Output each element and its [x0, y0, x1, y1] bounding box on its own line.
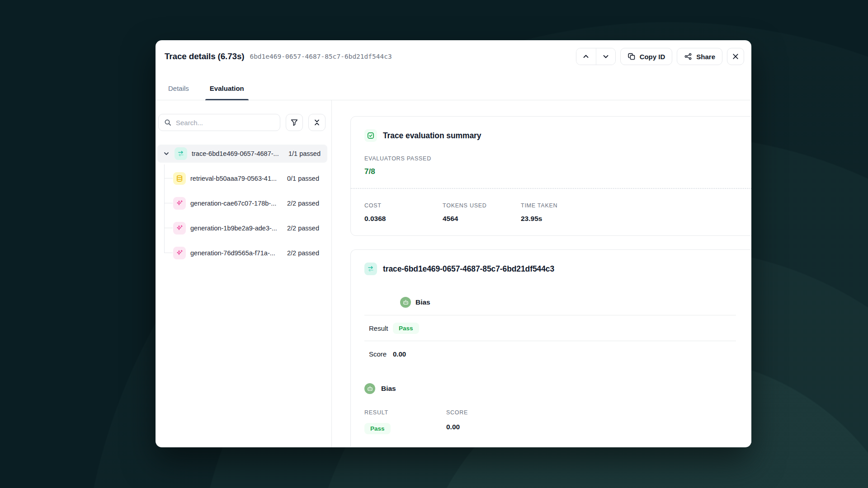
tree-node-status: 2/2 passed: [287, 200, 319, 207]
sparkles-icon: [173, 247, 186, 259]
sparkles-icon: [173, 197, 186, 210]
bias-result-score-grid: RESULT Pass SCORE 0.00: [364, 409, 743, 434]
tree-node-label: generation-1b9be2a9-ade3-...: [190, 225, 287, 232]
dotted-divider: [351, 188, 751, 189]
modal-title: Trace details (6.73s): [165, 52, 244, 61]
trace-icon: [364, 263, 377, 275]
bias-section-2-header: Bias: [364, 383, 743, 394]
robot-evaluator-icon: [364, 383, 375, 394]
pass-badge: Pass: [393, 323, 419, 334]
modal-body: trace-6bd1e469-0657-4687-... 1/1 passed …: [156, 100, 751, 447]
tab-evaluation[interactable]: Evaluation: [206, 84, 248, 100]
stat-value: 0.0368: [364, 215, 443, 223]
stat-label: TOKENS USED: [443, 202, 521, 209]
tree-node-status: 2/2 passed: [287, 225, 319, 232]
share-button[interactable]: Share: [677, 48, 722, 65]
tree-row-trace[interactable]: trace-6bd1e469-0657-4687-... 1/1 passed: [157, 145, 327, 163]
sparkles-icon: [173, 222, 186, 235]
share-icon: [684, 52, 692, 61]
trace-evaluation-summary-card: Trace evaluation summary EVALUATORS PASS…: [350, 116, 751, 236]
collapse-all-button[interactable]: [308, 114, 326, 131]
score-label: Score: [369, 350, 393, 358]
bias-section-name: Bias: [415, 298, 430, 306]
tree-node-label: retrieval-b50aaa79-0563-41...: [190, 175, 287, 182]
score-value: 0.00: [393, 350, 406, 358]
copy-id-button[interactable]: Copy ID: [620, 48, 673, 65]
tree-node-status: 2/2 passed: [287, 249, 319, 257]
tree-node-status: 0/1 passed: [287, 175, 319, 182]
share-label: Share: [696, 53, 715, 61]
score-column: SCORE 0.00: [446, 409, 528, 434]
tree-row-generation-3[interactable]: generation-76d9565a-f71a-... 2/2 passed: [157, 244, 327, 262]
result-column-value: Pass: [364, 423, 446, 434]
next-trace-button[interactable]: [596, 48, 615, 65]
desktop-background: { "modal": { "title": "Trace details (6.…: [0, 0, 868, 488]
result-column-label: RESULT: [364, 409, 446, 416]
stat-value: 4564: [443, 215, 521, 223]
stat-value: 23.95s: [521, 215, 599, 223]
result-column: RESULT Pass: [364, 409, 446, 434]
collapse-vertical-icon: [313, 118, 321, 127]
sidebar-toolbar: [158, 114, 331, 131]
modal-header: Trace details (6.73s) 6bd1e469-0657-4687…: [156, 40, 751, 66]
result-row: Result Pass: [364, 315, 736, 341]
tab-bar: Details Evaluation: [156, 66, 751, 100]
evaluation-panel: Trace evaluation summary EVALUATORS PASS…: [332, 100, 751, 447]
trace-card-header: trace-6bd1e469-0657-4687-85c7-6bd21df544…: [364, 263, 743, 275]
trace-icon: [175, 147, 187, 160]
close-button[interactable]: [727, 48, 744, 65]
tree-node-label: generation-cae67c07-178b-...: [190, 200, 287, 207]
pass-badge: Pass: [364, 423, 391, 434]
score-column-value: 0.00: [446, 423, 528, 431]
tree-node-label: trace-6bd1e469-0657-4687-...: [192, 150, 288, 157]
score-column-label: SCORE: [446, 409, 528, 416]
evaluators-passed-label: EVALUATORS PASSED: [364, 155, 743, 162]
search-input[interactable]: [176, 119, 274, 127]
close-icon: [731, 52, 740, 61]
stat-label: TIME TAKEN: [521, 202, 599, 209]
bias-section-2: Bias RESULT Pass SCORE 0.00: [364, 383, 743, 434]
tree-node-status: 1/1 passed: [288, 150, 321, 157]
robot-evaluator-icon: [400, 297, 411, 308]
tree-row-generation-2[interactable]: generation-1b9be2a9-ade3-... 2/2 passed: [157, 219, 327, 237]
score-row: Score 0.00: [364, 341, 736, 367]
stat-time-taken: TIME TAKEN 23.95s: [521, 202, 599, 223]
chevron-up-icon: [582, 52, 590, 61]
trace-tree: trace-6bd1e469-0657-4687-... 1/1 passed …: [157, 145, 331, 262]
search-icon: [164, 119, 172, 127]
previous-trace-button[interactable]: [576, 48, 596, 65]
header-actions: Copy ID Share: [576, 48, 744, 65]
chevron-down-icon: [602, 52, 610, 61]
summary-card-title: Trace evaluation summary: [383, 131, 481, 141]
stat-cost: COST 0.0368: [364, 202, 443, 223]
evaluators-passed-value: 7/8: [364, 167, 743, 176]
result-label: Result: [369, 324, 393, 332]
tree-node-label: generation-76d9565a-f71a-...: [190, 249, 287, 257]
expand-chevron-icon[interactable]: [163, 150, 170, 157]
search-box[interactable]: [158, 114, 280, 131]
trace-evaluation-detail-card: trace-6bd1e469-0657-4687-85c7-6bd21df544…: [350, 249, 751, 447]
summary-card-header: Trace evaluation summary: [364, 129, 743, 142]
filter-funnel-icon: [290, 118, 298, 127]
database-icon: [173, 172, 186, 185]
bias-section-1: Bias Result Pass Score 0.00: [364, 297, 736, 367]
trace-id-text: 6bd1e469-0657-4687-85c7-6bd21df544c3: [250, 53, 392, 60]
trace-tree-sidebar: trace-6bd1e469-0657-4687-... 1/1 passed …: [156, 100, 332, 447]
stat-label: COST: [364, 202, 443, 209]
stat-tokens-used: TOKENS USED 4564: [443, 202, 521, 223]
evaluators-passed-block: EVALUATORS PASSED 7/8: [364, 155, 743, 176]
bias-section-name: Bias: [381, 385, 396, 393]
tree-row-generation-1[interactable]: generation-cae67c07-178b-... 2/2 passed: [157, 194, 327, 212]
copy-id-label: Copy ID: [640, 53, 665, 61]
tab-details[interactable]: Details: [165, 84, 193, 100]
bias-section-1-header: Bias: [400, 297, 736, 308]
tree-row-retrieval[interactable]: retrieval-b50aaa79-0563-41... 0/1 passed: [157, 169, 327, 188]
filter-button[interactable]: [286, 114, 303, 131]
summary-stats-row: COST 0.0368 TOKENS USED 4564 TIME TAKEN …: [364, 202, 743, 223]
trace-card-title: trace-6bd1e469-0657-4687-85c7-6bd21df544…: [383, 264, 554, 274]
trace-nav-group: [576, 48, 616, 65]
copy-icon: [627, 52, 636, 61]
checkbox-check-icon: [364, 129, 377, 142]
trace-details-modal: Trace details (6.73s) 6bd1e469-0657-4687…: [156, 40, 751, 447]
